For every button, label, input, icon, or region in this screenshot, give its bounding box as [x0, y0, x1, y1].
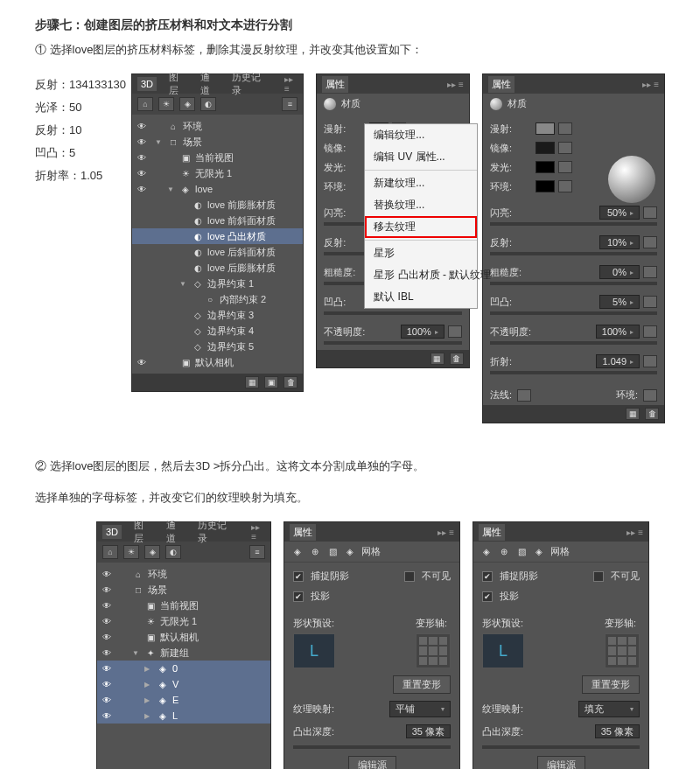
tree-row[interactable]: 👁▣默认相机 [132, 354, 303, 370]
menu-icon[interactable]: ≡ [249, 545, 265, 559]
visibility-icon[interactable]: 👁 [101, 680, 113, 689]
tree-row[interactable]: ▼◇边界约束 1 [132, 276, 303, 291]
tree-row[interactable]: 👁⌂环境 [97, 566, 270, 582]
menu-item[interactable]: 替换纹理... [365, 194, 477, 216]
tab-properties[interactable]: 属性 [479, 524, 505, 541]
footer-icon[interactable]: ▦ [626, 408, 640, 420]
menu-item[interactable]: 星形 [365, 242, 477, 264]
visibility-icon[interactable]: 👁 [136, 358, 148, 367]
checkbox-invisible[interactable] [593, 571, 604, 582]
reset-deform-button[interactable]: 重置变形 [582, 675, 640, 694]
slider[interactable] [490, 282, 657, 285]
checkbox-invisible[interactable] [404, 571, 415, 582]
visibility-icon[interactable]: 👁 [136, 185, 148, 194]
value-input[interactable]: 100%▸ [596, 325, 640, 339]
slider[interactable] [490, 341, 657, 345]
extrude-input[interactable]: 35 像素 [595, 724, 640, 738]
folder-icon[interactable] [643, 325, 657, 338]
twisty-icon[interactable]: ▶ [144, 712, 153, 720]
filter-env-icon[interactable]: ⌂ [137, 97, 153, 111]
checkbox-cast-shadow[interactable] [293, 591, 304, 602]
render-icon[interactable]: ▦ [245, 376, 259, 388]
footer-icon[interactable]: ▦ [430, 353, 444, 365]
visibility-icon[interactable]: 👁 [101, 601, 113, 611]
twisty-icon[interactable]: ▼ [179, 280, 188, 288]
cap-icon[interactable]: ▧ [515, 546, 528, 558]
panel-menu-icon[interactable]: ▸▸ ≡ [251, 522, 270, 542]
slider[interactable] [490, 371, 657, 374]
deform-axis-grid[interactable] [416, 633, 451, 668]
folder-icon[interactable] [643, 296, 657, 308]
visibility-icon[interactable]: 👁 [101, 648, 113, 658]
trash-icon[interactable]: 🗑 [450, 353, 464, 365]
tab-历史记录[interactable]: 历史记录 [194, 517, 234, 547]
checkbox-cast-shadow[interactable] [482, 591, 493, 602]
visibility-icon[interactable]: 👁 [101, 570, 113, 579]
tree-row[interactable]: ◐love 前膨胀材质 [132, 197, 303, 213]
shape-preview[interactable]: L [482, 633, 524, 668]
tree-row[interactable]: ◇边界约束 4 [132, 323, 303, 339]
value-input[interactable]: 100%▸ [401, 325, 444, 339]
twisty-icon[interactable]: ▶ [144, 665, 153, 673]
visibility-icon[interactable]: 👁 [101, 585, 113, 595]
tab-图层[interactable]: 图层 [165, 69, 188, 99]
folder-icon[interactable] [558, 161, 572, 173]
tree-row[interactable]: ◐love 后膨胀材质 [132, 260, 303, 276]
tex-map-dropdown[interactable]: 平铺▾ [389, 701, 451, 717]
reset-deform-button[interactable]: 重置变形 [393, 675, 451, 694]
visibility-icon[interactable]: 👁 [101, 617, 113, 626]
menu-item[interactable]: 编辑纹理... [365, 124, 477, 146]
tree-row[interactable]: 👁▶◈0 [97, 661, 270, 676]
tab-3D[interactable]: 3D [102, 525, 122, 539]
visibility-icon[interactable]: 👁 [136, 137, 148, 147]
menu-item[interactable]: 新建纹理... [365, 172, 477, 194]
filter-env-icon[interactable]: ⌂ [102, 545, 118, 559]
trash-icon[interactable]: 🗑 [284, 376, 298, 388]
tree-row[interactable]: ◐love 凸出材质 [132, 228, 303, 244]
menu-icon[interactable]: ≡ [282, 97, 298, 111]
menu-item[interactable]: 星形 凸出材质 - 默认纹理 [365, 264, 477, 286]
tree-row[interactable]: 👁▼✦新建组 [97, 645, 270, 661]
filter-mat-icon[interactable]: ◐ [165, 545, 181, 559]
tree-row[interactable]: 👁▼□场景 [132, 134, 303, 150]
folder-icon[interactable] [448, 325, 462, 338]
visibility-icon[interactable]: 👁 [101, 696, 113, 705]
slider[interactable] [490, 222, 657, 226]
color-swatch[interactable] [536, 161, 555, 173]
folder-icon[interactable] [558, 122, 572, 135]
tab-properties[interactable]: 属性 [322, 76, 348, 93]
twisty-icon[interactable]: ▼ [155, 138, 164, 146]
extrude-input[interactable]: 35 像素 [406, 724, 451, 738]
visibility-icon[interactable]: 👁 [101, 711, 113, 721]
visibility-icon[interactable]: 👁 [101, 664, 113, 674]
material-preview-icon[interactable] [608, 156, 655, 203]
color-swatch[interactable] [536, 122, 555, 135]
checkbox-catch-shadow[interactable] [482, 571, 493, 582]
tree-row[interactable]: 👁▣当前视图 [132, 150, 303, 165]
deform-icon[interactable]: ◈ [533, 546, 545, 558]
value-input[interactable]: 0%▸ [599, 265, 640, 279]
tab-图层[interactable]: 图层 [130, 517, 154, 547]
folder-icon[interactable] [643, 236, 657, 248]
cap-icon[interactable]: ▧ [326, 546, 339, 558]
slider[interactable] [324, 341, 462, 345]
folder-icon[interactable] [643, 266, 657, 278]
tree-row[interactable]: ◇边界约束 5 [132, 339, 303, 354]
value-input[interactable]: 5%▸ [599, 295, 640, 309]
edit-source-button[interactable]: 编辑源 [537, 756, 585, 769]
visibility-icon[interactable]: 👁 [101, 633, 113, 642]
slider[interactable] [293, 745, 451, 749]
value-input[interactable]: 10%▸ [599, 235, 640, 249]
filter-mesh-icon[interactable]: ◈ [144, 545, 160, 559]
coord-icon[interactable]: ⊕ [309, 546, 321, 558]
deform-axis-grid[interactable] [605, 633, 640, 668]
folder-icon[interactable] [558, 142, 572, 154]
tab-properties[interactable]: 属性 [488, 76, 514, 93]
tree-row[interactable]: 👁▣默认相机 [97, 629, 270, 645]
value-input[interactable]: 1.049▸ [596, 354, 640, 368]
visibility-icon[interactable]: 👁 [136, 153, 148, 163]
twisty-icon[interactable]: ▶ [144, 681, 153, 689]
slider[interactable] [324, 311, 462, 315]
shape-preview[interactable]: L [293, 633, 335, 668]
color-swatch[interactable] [536, 142, 555, 154]
